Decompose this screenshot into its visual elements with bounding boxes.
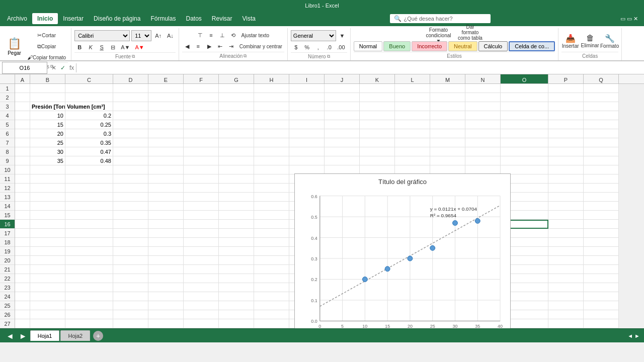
cell-G20[interactable]: [219, 256, 254, 265]
cell-B16[interactable]: [30, 220, 65, 229]
cell-O4[interactable]: [501, 111, 548, 120]
row-num-19[interactable]: 19: [0, 247, 15, 256]
cell-D19[interactable]: [113, 247, 148, 256]
cell-F14[interactable]: [184, 202, 219, 211]
cell-E11[interactable]: [148, 174, 184, 184]
cell-Q13[interactable]: [584, 193, 619, 202]
cell-J5[interactable]: [325, 120, 360, 129]
cell-B3[interactable]: Presión [Torr]: [30, 102, 65, 111]
cell-P14[interactable]: [548, 202, 584, 211]
style-celda-button[interactable]: Celda de co...: [509, 41, 555, 51]
cell-H22[interactable]: [254, 274, 289, 283]
cell-P22[interactable]: [548, 274, 584, 283]
cell-N1[interactable]: [465, 84, 501, 93]
decimal-decrease[interactable]: .00: [335, 42, 347, 52]
cell-Q24[interactable]: [584, 292, 619, 301]
cell-G11[interactable]: [219, 174, 254, 184]
cell-name-box[interactable]: [2, 62, 47, 74]
cell-L8[interactable]: [395, 147, 430, 156]
cell-I8[interactable]: [289, 147, 325, 156]
col-header-H[interactable]: H: [254, 74, 289, 83]
cell-B18[interactable]: [30, 238, 65, 247]
cell-E1[interactable]: [148, 84, 184, 93]
cell-Q10[interactable]: [584, 165, 619, 174]
col-header-A[interactable]: A: [15, 74, 30, 83]
cell-P26[interactable]: [548, 310, 584, 319]
font-size-decrease[interactable]: A↓: [165, 31, 176, 41]
cell-P3[interactable]: [548, 102, 584, 111]
cell-E23[interactable]: [148, 283, 184, 292]
cell-F20[interactable]: [184, 256, 219, 265]
cell-Q2[interactable]: [584, 93, 619, 102]
font-size-increase[interactable]: A↑: [153, 31, 164, 41]
cell-K2[interactable]: [360, 93, 395, 102]
row-num-24[interactable]: 24: [0, 292, 15, 301]
cell-H8[interactable]: [254, 147, 289, 156]
cell-D26[interactable]: [113, 310, 148, 319]
cell-Q12[interactable]: [584, 184, 619, 193]
cell-F2[interactable]: [184, 93, 219, 102]
cell-E2[interactable]: [148, 93, 184, 102]
cell-C7[interactable]: 0.35: [65, 138, 113, 147]
cell-E27[interactable]: [148, 319, 184, 328]
cell-D8[interactable]: [113, 147, 148, 156]
row-num-20[interactable]: 20: [0, 256, 15, 265]
row-num-9[interactable]: 9: [0, 156, 15, 165]
cell-D24[interactable]: [113, 292, 148, 301]
menu-item-insertar[interactable]: Insertar: [58, 13, 89, 24]
cell-G16[interactable]: [219, 220, 254, 229]
underline-button[interactable]: S: [97, 42, 107, 52]
menu-item-datos[interactable]: Datos: [181, 13, 206, 24]
cell-N7[interactable]: [465, 138, 501, 147]
cell-G25[interactable]: [219, 301, 254, 310]
cell-P24[interactable]: [548, 292, 584, 301]
cell-F5[interactable]: [184, 120, 219, 129]
cell-A6[interactable]: [15, 129, 30, 138]
copy-button[interactable]: ⧉ Copiar: [25, 41, 68, 51]
cell-J8[interactable]: [325, 147, 360, 156]
cell-P9[interactable]: [548, 156, 584, 165]
cell-Q27[interactable]: [584, 319, 619, 328]
cell-L6[interactable]: [395, 129, 430, 138]
row-num-1[interactable]: 1: [0, 84, 15, 93]
cell-E5[interactable]: [148, 120, 184, 129]
cell-I5[interactable]: [289, 120, 325, 129]
col-header-O[interactable]: O: [501, 74, 548, 83]
col-header-D[interactable]: D: [113, 74, 148, 83]
cell-B13[interactable]: [30, 193, 65, 202]
add-sheet-button[interactable]: +: [93, 331, 103, 341]
cell-F7[interactable]: [184, 138, 219, 147]
cell-H9[interactable]: [254, 156, 289, 165]
cell-G23[interactable]: [219, 283, 254, 292]
cell-E21[interactable]: [148, 265, 184, 274]
cell-K4[interactable]: [360, 111, 395, 120]
cell-G26[interactable]: [219, 310, 254, 319]
italic-button[interactable]: K: [86, 42, 96, 52]
menu-item-diseño-de-página[interactable]: Diseño de página: [89, 13, 145, 24]
cell-D12[interactable]: [113, 184, 148, 193]
cell-Q17[interactable]: [584, 229, 619, 238]
cell-C11[interactable]: [65, 174, 113, 184]
cell-C21[interactable]: [65, 265, 113, 274]
cell-G18[interactable]: [219, 238, 254, 247]
style-bueno-button[interactable]: Bueno: [383, 41, 411, 51]
cell-I2[interactable]: [289, 93, 325, 102]
cell-D7[interactable]: [113, 138, 148, 147]
format-table-button[interactable]: Dar formato como tabla ▼: [455, 30, 485, 40]
cell-F27[interactable]: [184, 319, 219, 328]
cell-E15[interactable]: [148, 211, 184, 220]
cell-C17[interactable]: [65, 229, 113, 238]
cell-D18[interactable]: [113, 238, 148, 247]
cell-B15[interactable]: [30, 211, 65, 220]
cell-K6[interactable]: [360, 129, 395, 138]
cell-I1[interactable]: [289, 84, 325, 93]
cell-F19[interactable]: [184, 247, 219, 256]
cell-B14[interactable]: [30, 202, 65, 211]
cell-N2[interactable]: [465, 93, 501, 102]
cell-C18[interactable]: [65, 238, 113, 247]
font-size-select[interactable]: 11: [131, 30, 151, 41]
font-expand-icon[interactable]: ⧉: [132, 54, 135, 59]
cell-L3[interactable]: [395, 102, 430, 111]
cell-C14[interactable]: [65, 202, 113, 211]
cell-P15[interactable]: [548, 211, 584, 220]
